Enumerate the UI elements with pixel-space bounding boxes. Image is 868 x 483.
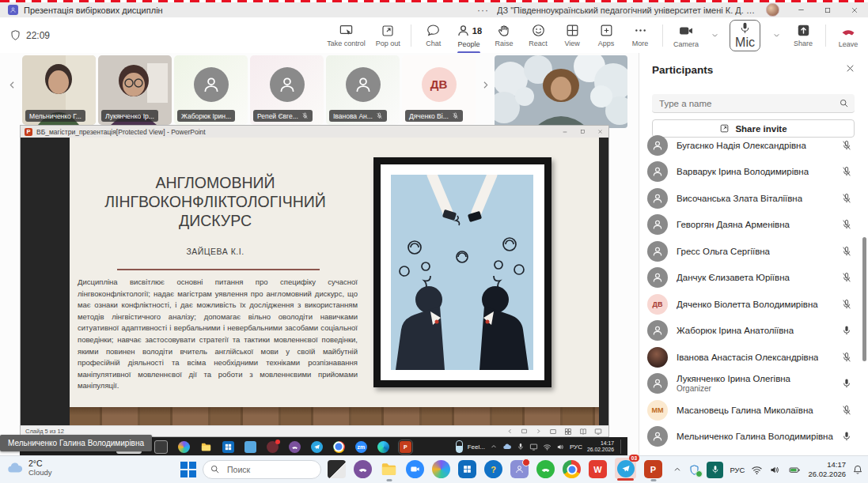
strip-scroll-right-icon[interactable] bbox=[479, 79, 491, 91]
participant-search-input[interactable] bbox=[652, 94, 855, 113]
strip-scroll-left-icon[interactable] bbox=[6, 79, 18, 91]
account-avatar[interactable] bbox=[766, 3, 779, 17]
slideshow-icon[interactable] bbox=[594, 428, 602, 436]
file-explorer-icon[interactable] bbox=[380, 460, 398, 478]
zoom-icon[interactable] bbox=[406, 460, 424, 478]
participant-row[interactable]: ММ Масановець Галина Миколаївна bbox=[639, 397, 868, 424]
participant-row[interactable]: Бугаєнко Надія Олександрівна bbox=[639, 132, 868, 159]
store-icon[interactable] bbox=[458, 460, 476, 478]
video-thumbnail[interactable]: Жаборюк Ірин... bbox=[174, 55, 248, 125]
powerpoint-icon[interactable]: P bbox=[400, 441, 411, 453]
weather-widget[interactable]: 2°C Cloudy bbox=[6, 458, 52, 477]
mic-button[interactable]: Mic bbox=[730, 20, 760, 51]
mic-chevron-icon[interactable] bbox=[772, 31, 781, 40]
reading-view-icon[interactable] bbox=[579, 428, 587, 436]
share-button[interactable]: Share bbox=[791, 23, 815, 47]
normal-view-icon[interactable] bbox=[549, 428, 557, 436]
whatsapp-icon[interactable] bbox=[536, 460, 555, 478]
panel-close-icon[interactable] bbox=[845, 63, 855, 74]
close-icon[interactable] bbox=[591, 126, 608, 138]
taskbar-clock[interactable]: 14:17 26.02.2026 bbox=[587, 440, 614, 454]
viber-icon[interactable] bbox=[354, 460, 372, 478]
camera-button[interactable]: Camera bbox=[673, 23, 699, 48]
powerpoint-icon[interactable]: P bbox=[644, 460, 662, 478]
mic-off-icon[interactable] bbox=[841, 246, 852, 257]
close-icon[interactable] bbox=[841, 2, 868, 17]
mic-off-icon[interactable] bbox=[841, 219, 852, 230]
telegram-icon[interactable] bbox=[311, 441, 323, 453]
react-button[interactable]: React bbox=[526, 23, 550, 47]
mic-off-icon[interactable] bbox=[841, 272, 852, 283]
wps-icon[interactable]: W bbox=[589, 460, 607, 478]
participant-row[interactable]: Лукянченко Ірина Олегівна Organizer bbox=[639, 371, 868, 398]
security-shield-icon[interactable] bbox=[688, 464, 700, 476]
network-icon[interactable] bbox=[543, 443, 552, 451]
participant-row[interactable]: Іванова Анастасія Олександрівна bbox=[639, 344, 868, 371]
chrome-icon[interactable] bbox=[563, 460, 581, 478]
mic-on-icon[interactable] bbox=[841, 325, 852, 336]
tray-chevron-up-icon[interactable] bbox=[673, 465, 682, 474]
get-help-icon[interactable]: ? bbox=[484, 460, 502, 478]
next-slide-icon[interactable] bbox=[535, 428, 542, 435]
weather-thermometer-icon[interactable] bbox=[456, 440, 463, 453]
teams-icon[interactable] bbox=[510, 460, 529, 478]
more-button[interactable]: More bbox=[628, 23, 652, 47]
copilot-icon[interactable] bbox=[178, 441, 190, 453]
camera-chevron-icon[interactable] bbox=[711, 31, 719, 40]
edge-icon[interactable] bbox=[377, 441, 389, 453]
store-icon[interactable] bbox=[222, 441, 234, 453]
volume-icon[interactable] bbox=[556, 443, 565, 451]
tray-mic-icon[interactable] bbox=[517, 443, 525, 451]
task-view-icon[interactable] bbox=[154, 440, 168, 454]
panel-scrollbar[interactable] bbox=[862, 237, 866, 361]
previous-slide-icon[interactable] bbox=[506, 428, 514, 435]
mic-on-icon[interactable] bbox=[841, 378, 852, 389]
minimize-icon[interactable] bbox=[787, 2, 814, 17]
maximize-icon[interactable] bbox=[574, 126, 591, 138]
taskbar-search-input[interactable] bbox=[203, 460, 321, 479]
people-button[interactable]: 18 People bbox=[456, 23, 482, 48]
participant-row[interactable]: Варварук Ірина Володимирівна bbox=[639, 159, 868, 186]
minimize-icon[interactable] bbox=[556, 126, 574, 138]
apps-button[interactable]: Apps bbox=[594, 23, 618, 47]
language-indicator[interactable]: РУС bbox=[570, 443, 582, 451]
participant-row[interactable]: Геворгян Даяна Арменівна bbox=[639, 212, 868, 239]
wifi-icon[interactable] bbox=[751, 464, 763, 476]
view-button[interactable]: View bbox=[560, 23, 584, 47]
video-thumbnail[interactable]: Лукянченко Ір... bbox=[98, 55, 172, 125]
take-control-button[interactable]: Take control bbox=[327, 23, 366, 47]
video-thumbnail[interactable]: Іванова Ан... bbox=[326, 55, 400, 125]
recording-mic-button[interactable] bbox=[707, 462, 723, 478]
chat-button[interactable]: Chat bbox=[422, 23, 445, 47]
video-thumbnail[interactable]: Репей Євге... bbox=[250, 55, 324, 125]
mic-off-icon[interactable] bbox=[841, 405, 852, 416]
participant-row[interactable]: Гресс Ольга Сергіївна bbox=[639, 238, 868, 265]
titlebar-menu-dots[interactable]: ··· bbox=[477, 5, 489, 16]
start-button[interactable] bbox=[180, 462, 196, 477]
battery-icon[interactable] bbox=[787, 464, 802, 476]
participant-row[interactable]: Данчук Єлизавета Юріївна bbox=[639, 265, 868, 292]
language-indicator[interactable]: РУС bbox=[730, 466, 745, 474]
participant-row[interactable]: Височанська Злата Віталіївна bbox=[639, 185, 868, 212]
notification-bell-icon[interactable] bbox=[852, 464, 863, 475]
copilot-icon[interactable] bbox=[432, 460, 450, 478]
raise-hand-button[interactable]: Raise bbox=[492, 23, 516, 47]
show-desktop-button[interactable] bbox=[620, 440, 624, 454]
tray-cloud-icon[interactable] bbox=[502, 442, 512, 451]
maximize-icon[interactable] bbox=[814, 2, 841, 17]
zoom-icon[interactable]: zm bbox=[355, 441, 367, 453]
pop-out-button[interactable]: Pop out bbox=[376, 24, 400, 47]
participant-row[interactable]: Мельниченко Галина Володимирівна bbox=[639, 424, 868, 451]
badged-app-icon[interactable] bbox=[267, 441, 279, 453]
volume-icon[interactable] bbox=[769, 464, 781, 476]
mic-off-icon[interactable] bbox=[841, 166, 852, 177]
file-explorer-icon[interactable] bbox=[200, 441, 212, 453]
viber-icon[interactable] bbox=[289, 441, 301, 453]
taskbar-clock[interactable]: 14:17 26.02.2026 bbox=[808, 460, 846, 479]
participant-row[interactable]: ДВ Дяченко Віолетта Володимирівна bbox=[639, 291, 868, 318]
participant-row[interactable]: Жаборюк Ірина Анатоліївна bbox=[639, 318, 868, 345]
tray-display-icon[interactable] bbox=[529, 443, 538, 451]
tray-chevron-up-icon[interactable] bbox=[490, 443, 498, 451]
weather-feels-label[interactable]: Feel... bbox=[468, 443, 485, 451]
active-speaker-video[interactable] bbox=[495, 55, 627, 128]
